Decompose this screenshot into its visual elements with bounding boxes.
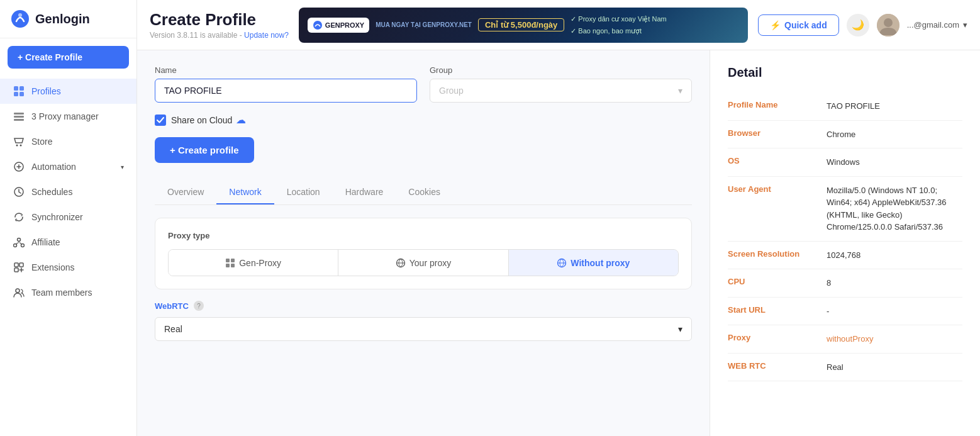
webrtc-chevron-icon: ▾ bbox=[678, 324, 682, 334]
automation-chevron-icon: ▾ bbox=[121, 164, 124, 170]
header-actions: ⚡ Quick add 🌙 ...@gmail.com ▾ bbox=[758, 14, 967, 36]
theme-toggle-button[interactable]: 🌙 bbox=[847, 14, 869, 36]
detail-panel: Detail Profile Name TAO PROFILE Browser … bbox=[710, 50, 980, 436]
your-proxy-icon bbox=[396, 257, 406, 268]
svg-rect-26 bbox=[231, 264, 235, 267]
sidebar-item-automation[interactable]: Automation ▾ bbox=[0, 154, 136, 179]
detail-val-proxy: withoutProxy bbox=[827, 333, 962, 345]
detail-row-resolution: Screen Resolution 1024,768 bbox=[728, 242, 962, 270]
user-account[interactable]: ...@gmail.com ▾ bbox=[907, 20, 967, 30]
synchronizer-icon bbox=[13, 211, 25, 223]
moon-icon: 🌙 bbox=[852, 19, 864, 31]
svg-point-22 bbox=[884, 18, 893, 27]
lightning-icon: ⚡ bbox=[770, 20, 781, 30]
sidebar-item-affiliate[interactable]: Affiliate bbox=[0, 230, 136, 255]
detail-key-proxy: Proxy bbox=[728, 333, 819, 342]
cloud-icon: ☁ bbox=[236, 114, 246, 126]
detail-key-os: OS bbox=[728, 156, 819, 165]
sidebar-item-schedules-label: Schedules bbox=[31, 187, 124, 197]
create-profile-button[interactable]: + Create profile bbox=[155, 137, 254, 163]
team-members-icon bbox=[13, 286, 25, 299]
tab-hardware[interactable]: Hardware bbox=[333, 181, 396, 204]
webrtc-select[interactable]: Real ▾ bbox=[155, 317, 692, 341]
sidebar-item-profiles[interactable]: Profiles bbox=[0, 79, 136, 104]
webrtc-value: Real bbox=[164, 324, 182, 334]
sidebar-item-extensions-label: Extensions bbox=[31, 262, 124, 272]
share-on-cloud-label[interactable]: Share on Cloud ☁ bbox=[171, 114, 246, 126]
banner-tagline: Chỉ từ 5,500đ/ngày bbox=[478, 18, 564, 31]
app-logo: Genlogin bbox=[0, 0, 136, 38]
detail-row-profile-name: Profile Name TAO PROFILE bbox=[728, 92, 962, 121]
detail-key-webrtc: WEB RTC bbox=[728, 361, 819, 371]
header: Create Profile Version 3.8.11 is availab… bbox=[137, 0, 980, 50]
svg-rect-7 bbox=[14, 116, 24, 118]
sidebar-item-proxy-label: 3 Proxy manager bbox=[31, 111, 124, 121]
tab-location[interactable]: Location bbox=[274, 181, 333, 204]
group-select[interactable]: Group ▾ bbox=[430, 79, 692, 103]
svg-rect-3 bbox=[19, 86, 24, 91]
svg-rect-4 bbox=[14, 92, 18, 96]
sidebar-item-team-members[interactable]: Team members bbox=[0, 280, 136, 305]
svg-rect-18 bbox=[14, 268, 18, 272]
page-header: Create Profile Version 3.8.11 is availab… bbox=[150, 10, 289, 40]
detail-val-user-agent: Mozilla/5.0 (Windows NT 10.0; Win64; x64… bbox=[827, 184, 962, 233]
sidebar-item-schedules[interactable]: Schedules bbox=[0, 179, 136, 204]
name-input[interactable] bbox=[155, 79, 417, 103]
automation-icon bbox=[13, 160, 25, 173]
version-text: Version 3.8.11 is available - Update now… bbox=[150, 31, 289, 40]
your-proxy-button[interactable]: Your proxy bbox=[338, 250, 508, 276]
webrtc-help-icon[interactable]: ? bbox=[194, 301, 204, 311]
tab-network[interactable]: Network bbox=[216, 181, 274, 204]
share-on-cloud-row: Share on Cloud ☁ bbox=[155, 114, 692, 126]
detail-row-start-url: Start URL - bbox=[728, 298, 962, 326]
svg-rect-23 bbox=[226, 259, 230, 262]
svg-point-20 bbox=[313, 21, 322, 30]
detail-title: Detail bbox=[728, 65, 962, 80]
create-profile-sidebar-button[interactable]: + Create Profile bbox=[8, 46, 129, 69]
gen-proxy-button[interactable]: Gen-Proxy bbox=[169, 250, 338, 276]
tab-cookies[interactable]: Cookies bbox=[396, 181, 453, 204]
name-label: Name bbox=[155, 65, 417, 75]
profiles-icon bbox=[13, 85, 25, 98]
name-group-row: Name Group Group ▾ bbox=[155, 65, 692, 103]
sidebar-item-extensions[interactable]: Extensions bbox=[0, 255, 136, 280]
detail-row-cpu: CPU 8 bbox=[728, 269, 962, 298]
sidebar: Genlogin + Create Profile Profiles 3 Pro… bbox=[0, 0, 137, 436]
banner-logo-icon bbox=[313, 20, 323, 30]
detail-key-cpu: CPU bbox=[728, 277, 819, 286]
svg-rect-2 bbox=[14, 86, 18, 91]
sidebar-item-synchronizer[interactable]: Synchronizer bbox=[0, 204, 136, 230]
sidebar-item-store[interactable]: Store bbox=[0, 129, 136, 154]
content-area: Name Group Group ▾ Share on Cloud bbox=[137, 50, 980, 436]
webrtc-section: WebRTC ? Real ▾ bbox=[155, 301, 692, 341]
share-on-cloud-checkbox[interactable] bbox=[155, 115, 166, 126]
detail-key-browser: Browser bbox=[728, 128, 819, 138]
detail-val-os: Windows bbox=[827, 156, 962, 169]
form-area: Name Group Group ▾ Share on Cloud bbox=[137, 50, 710, 436]
group-placeholder: Group bbox=[439, 86, 464, 96]
detail-val-cpu: 8 bbox=[827, 277, 962, 289]
detail-val-resolution: 1024,768 bbox=[827, 249, 962, 262]
user-email: ...@gmail.com bbox=[907, 20, 959, 30]
tab-overview[interactable]: Overview bbox=[155, 181, 216, 204]
detail-row-webrtc: WEB RTC Real bbox=[728, 354, 962, 382]
sidebar-item-proxy-manager[interactable]: 3 Proxy manager bbox=[0, 104, 136, 129]
svg-rect-17 bbox=[19, 263, 23, 267]
store-icon bbox=[13, 135, 25, 148]
without-proxy-button[interactable]: Without proxy bbox=[508, 250, 678, 276]
detail-row-user-agent: User Agent Mozilla/5.0 (Windows NT 10.0;… bbox=[728, 177, 962, 242]
schedules-icon bbox=[13, 186, 25, 198]
detail-key-resolution: Screen Resolution bbox=[728, 249, 819, 259]
detail-key-user-agent: User Agent bbox=[728, 184, 819, 194]
gen-proxy-icon bbox=[225, 257, 235, 268]
promo-banner[interactable]: GENPROXY MUA NGAY TẠI GENPROXY.NET Chỉ t… bbox=[299, 8, 748, 43]
banner-logo-text: GENPROXY bbox=[325, 21, 364, 29]
svg-rect-24 bbox=[231, 259, 235, 262]
detail-val-start-url: - bbox=[827, 305, 962, 318]
sidebar-item-synchronizer-label: Synchronizer bbox=[31, 212, 124, 222]
proxy-type-card: Proxy type Gen-Proxy Your proxy bbox=[155, 218, 692, 289]
sidebar-item-affiliate-label: Affiliate bbox=[31, 237, 124, 247]
update-link[interactable]: Update now? bbox=[244, 31, 289, 40]
banner-checks: ✓ Proxy dân cư xoay Việt Nam ✓ Bao ngon,… bbox=[571, 13, 666, 36]
quick-add-button[interactable]: ⚡ Quick add bbox=[758, 14, 839, 36]
